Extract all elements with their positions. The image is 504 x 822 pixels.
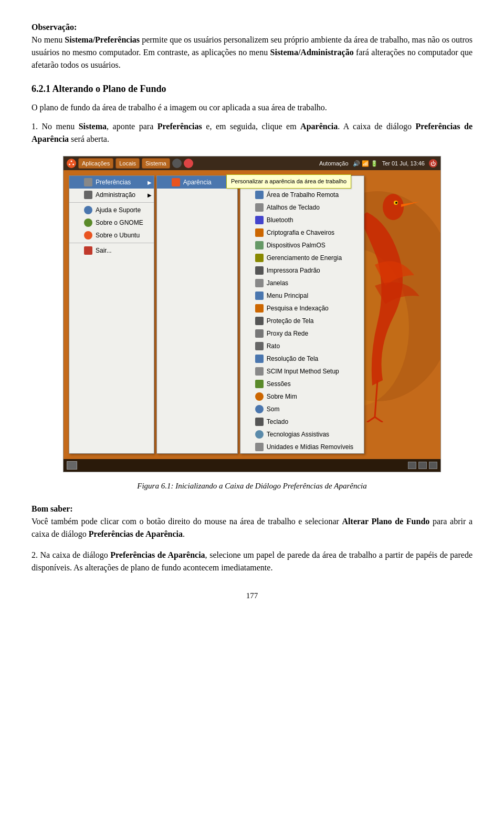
menu-item-rato[interactable]: Rato: [240, 340, 364, 352]
taskbar-locais[interactable]: Locais: [116, 158, 140, 169]
para2-bold3: Aparência: [300, 122, 338, 131]
para2-text4: será aberta.: [69, 134, 109, 143]
taskbar-time: Ter 01 Jul, 13:46: [382, 159, 425, 168]
svg-point-9: [395, 202, 397, 204]
menu-item-sessoes[interactable]: Sessões: [240, 378, 364, 390]
menu-item-resolucao[interactable]: Resolução de Tela: [240, 352, 364, 365]
menu-item-teclado[interactable]: Teclado: [240, 415, 364, 428]
svg-point-3: [69, 164, 70, 165]
separator-1: [69, 202, 154, 203]
taskbar-icons: 🔊 📶 🔋: [353, 159, 378, 168]
proxy-icon: [255, 329, 264, 338]
menu-item-administracao-label: Administração: [96, 190, 135, 200]
menu-item-pesquisa[interactable]: Pesquisa e Indexação: [240, 302, 364, 315]
bottom-btn-2: [418, 462, 427, 469]
menu-item-gnome-label: Sobre o GNOME: [96, 218, 143, 227]
cripto-icon: [255, 228, 264, 237]
menu-item-proxy[interactable]: Proxy da Rede: [240, 327, 364, 340]
paragraph-3: 2. Na caixa de diálogo Preferências de A…: [32, 549, 472, 574]
menu-item-unidades[interactable]: Unidades e Mídias Removíveis: [240, 441, 364, 453]
menu-item-janelas[interactable]: Janelas: [240, 277, 364, 289]
menu-item-sobre-mim[interactable]: Sobre Mim: [240, 390, 364, 403]
page-content: Observação: No menu Sistema/Preferências…: [32, 21, 472, 601]
menu-item-protecao[interactable]: Proteção de Tela: [240, 315, 364, 327]
menu-item-ubuntu[interactable]: Sobre o Ubuntu: [69, 229, 154, 242]
gnome-icon: [84, 218, 92, 227]
menu-item-administracao[interactable]: Administração: [69, 189, 154, 201]
pesquisa-icon: [255, 304, 264, 313]
menu-item-aparencia-label: Aparência: [183, 178, 212, 187]
taskbar-icon1: [172, 159, 182, 168]
para2-num: 1. No menu: [32, 122, 79, 131]
menu-item-impressora[interactable]: Impressora Padrão: [240, 264, 364, 277]
taskbar-left: Aplicações Locais Sistema: [67, 158, 316, 169]
menu-item-energia[interactable]: Gerenciamento de Energia: [240, 252, 364, 264]
taskbar-aplicacoes[interactable]: Aplicações: [78, 158, 113, 169]
bom-saber-text: Você também pode clicar com o botão dire…: [32, 517, 342, 526]
menuprincipal-icon: [255, 292, 264, 300]
atalhos-icon: [255, 203, 264, 212]
bottom-right: [408, 462, 437, 469]
aparencia-icon: [172, 178, 180, 186]
bom-saber-para: Bom saber: Você também pode clicar com o…: [32, 503, 472, 540]
section-title: 6.2.1 Alterando o Plano de Fundo: [32, 82, 472, 96]
pref-icon: [84, 178, 92, 186]
palmos-icon: [255, 241, 264, 249]
menu-item-tecnologias[interactable]: Tecnologias Assistivas: [240, 428, 364, 441]
menu-item-preferencias[interactable]: Preferências: [69, 176, 154, 189]
figure-container: Aplicações Locais Sistema Automação 🔊 📶 …: [32, 156, 472, 492]
menu-overlay: Preferências Administração Ajuda e Supor…: [64, 170, 370, 459]
unidades-icon: [255, 443, 264, 451]
ajuda-icon: [84, 206, 92, 214]
paragraph-1: O plano de fundo da área de trabalho é a…: [32, 101, 472, 114]
menu-item-atalhos[interactable]: Atalhos de Teclado: [240, 201, 364, 214]
som-icon: [255, 405, 264, 413]
menu-item-aparencia[interactable]: Aparência: [157, 176, 237, 189]
sair-icon: [84, 246, 92, 255]
ubuntu-icon2: [84, 231, 92, 240]
bottom-bar: [64, 459, 440, 472]
menu-item-ubuntu-label: Sobre o Ubuntu: [96, 231, 140, 240]
taskbar-icon2: [184, 159, 193, 168]
menu-item-sair-label: Sair...: [96, 246, 112, 255]
bom-saber-bold2: Preferências de Aparência: [89, 529, 183, 538]
taskbar: Aplicações Locais Sistema Automação 🔊 📶 …: [64, 157, 440, 170]
impressora-icon: [255, 266, 264, 275]
menu-item-sair[interactable]: Sair...: [69, 244, 154, 257]
menu-item-scim[interactable]: SCIM Input Method Setup: [240, 365, 364, 378]
menu-item-palmos[interactable]: Dispositivos PalmOS: [240, 239, 364, 252]
svg-point-7: [383, 194, 404, 220]
menu-item-ajuda-label: Ajuda e Suporte: [96, 205, 141, 215]
bom-saber-bold1: Alterar Plano de Fundo: [342, 517, 430, 526]
menu-sistema: Preferências Administração Ajuda e Supor…: [69, 175, 154, 454]
bottom-btn-1: [408, 462, 416, 469]
para2-text2: e, em seguida, clique em: [202, 122, 300, 131]
sobremim-icon: [255, 392, 264, 401]
menu-item-area-trabalho-remota[interactable]: Área de Trabalho Remota: [240, 189, 364, 201]
bom-saber-section: Bom saber: Você também pode clicar com o…: [32, 503, 472, 540]
taskbar-automacao: Automação: [319, 159, 349, 168]
tecnologias-icon: [255, 430, 264, 439]
figure-caption: Figura 6.1: Inicializando a Caixa de Diá…: [32, 480, 472, 492]
para2-text3: . A caixa de diálogo: [338, 122, 415, 131]
menu-item-ajuda[interactable]: Ajuda e Suporte: [69, 204, 154, 216]
menu-item-bluetooth[interactable]: Bluetooth: [240, 214, 364, 226]
page-number: 177: [32, 590, 472, 602]
para2-bold2: Preferências: [158, 122, 202, 131]
taskbar-sistema[interactable]: Sistema: [142, 158, 170, 169]
para3-bold: Preferências de Aparência: [110, 550, 205, 559]
observation-text1: No menu: [32, 35, 65, 44]
bom-saber-label: Bom saber:: [32, 504, 73, 513]
admin-icon: [84, 191, 92, 199]
menu-item-gnome[interactable]: Sobre o GNOME: [69, 216, 154, 229]
menu-item-cripto[interactable]: Criptografia e Chaveiros: [240, 226, 364, 239]
separator-2: [69, 243, 154, 243]
energia-icon: [255, 254, 264, 262]
para2-text: , aponte para: [107, 122, 158, 131]
ubuntu-icon: [67, 159, 76, 168]
rato-icon: [255, 342, 264, 350]
menu-item-menu-principal[interactable]: Menu Principal: [240, 289, 364, 302]
bom-saber-text3: .: [183, 529, 185, 538]
bottom-icon-left: [67, 461, 77, 470]
menu-item-som[interactable]: Som: [240, 403, 364, 415]
